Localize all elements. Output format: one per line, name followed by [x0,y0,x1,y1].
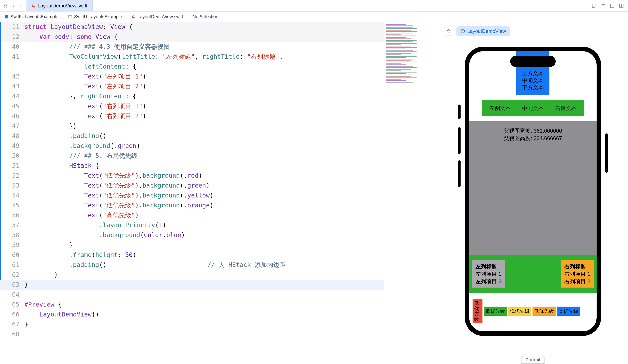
swift-file-icon [31,3,36,8]
svg-rect-1 [6,4,7,5]
swift-file-icon [132,15,136,19]
refresh-icon[interactable] [592,3,597,8]
source-editor[interactable]: 11struct LayoutDemoView: View { 12 var b… [0,22,438,364]
svg-rect-3 [6,6,7,7]
layout-grid-icon[interactable] [3,4,7,8]
preview-name: LayoutDemoView [467,28,506,34]
minimap[interactable] [384,22,438,364]
dynamic-island [510,56,556,67]
chevron-right-icon: 〉 [124,14,130,20]
tab-bar: LayoutDemoView.swift [0,0,628,11]
breadcrumb-selection[interactable]: No Selection [193,14,219,19]
orientation-pill[interactable]: Portrait [521,356,545,364]
nav-back-button[interactable] [11,4,15,8]
hstack-demo: 左侧文本 中间文本 右侧文本 [482,100,584,116]
layout-priority-demo: 低优先级 低优先级 低优先级 低优先级 高优先级 [469,293,597,331]
breadcrumb-file[interactable]: LayoutDemoView.swift [138,14,183,19]
svg-rect-14 [5,15,8,18]
geometry-reader-demo: 父视图宽度: 361.000000 父视图高度: 334.666667 [469,121,597,255]
add-editor-icon[interactable] [619,3,624,8]
pin-preview-button[interactable] [444,27,453,36]
svg-rect-9 [610,4,614,8]
preview-selector[interactable]: LayoutDemoView [457,26,510,36]
tab-filename: LayoutDemoView.swift [38,3,87,9]
cube-icon [461,29,465,33]
adjust-editor-icon[interactable] [601,3,606,8]
breadcrumb-group[interactable]: SwiftUILayoutsExample [74,14,122,19]
left-column: 左列标题 左列项目 1 左列项目 2 [472,260,505,288]
preview-canvas: LayoutDemoView 上方文本 中间文本 下方文本 [438,22,628,364]
nav-forward-button[interactable] [19,4,23,8]
right-column: 右列标题 右列项目 1 右列项目 2 [561,260,594,288]
active-tab[interactable]: LayoutDemoView.swift [26,0,93,11]
jump-bar[interactable]: SwiftUILayoutsExample 〉 SwiftUILayoutsEx… [0,11,628,22]
chevron-right-icon: 〉 [60,14,66,20]
breadcrumb-project[interactable]: SwiftUILayoutsExample [10,14,58,19]
chevron-right-icon: 〉 [185,14,191,20]
project-icon [4,14,9,19]
toggle-canvas-icon[interactable] [610,3,615,8]
device-preview[interactable]: 上方文本 中间文本 下方文本 左侧文本 中间文本 右侧文本 父视图宽度: 361… [465,47,601,336]
two-column-demo: 左列标题 左列项目 1 左列项目 2 右列标题 右列项目 1 右列项目 2 [469,255,597,293]
svg-rect-0 [4,4,5,5]
folder-icon [68,14,72,19]
svg-rect-2 [4,6,5,7]
